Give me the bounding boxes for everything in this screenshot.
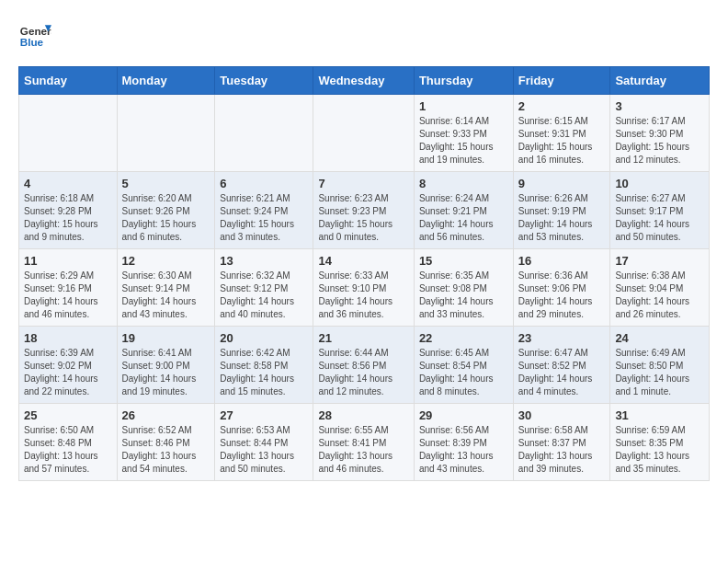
day-info: Sunrise: 6:15 AM Sunset: 9:31 PM Dayligh…: [518, 115, 606, 167]
calendar-cell: 25Sunrise: 6:50 AM Sunset: 8:48 PM Dayli…: [19, 404, 118, 481]
day-info: Sunrise: 6:52 AM Sunset: 8:46 PM Dayligh…: [122, 424, 210, 476]
day-number: 23: [518, 331, 606, 345]
header-tuesday: Tuesday: [215, 67, 313, 95]
day-info: Sunrise: 6:38 AM Sunset: 9:04 PM Dayligh…: [615, 270, 704, 321]
calendar-header-row: SundayMondayTuesdayWednesdayThursdayFrid…: [19, 67, 710, 95]
calendar-cell: 3Sunrise: 6:17 AM Sunset: 9:30 PM Daylig…: [610, 95, 710, 172]
day-info: Sunrise: 6:27 AM Sunset: 9:17 PM Dayligh…: [615, 192, 704, 244]
day-number: 8: [419, 177, 508, 190]
calendar-cell: 10Sunrise: 6:27 AM Sunset: 9:17 PM Dayli…: [610, 172, 710, 249]
calendar-cell: 14Sunrise: 6:33 AM Sunset: 9:10 PM Dayli…: [313, 249, 414, 327]
day-info: Sunrise: 6:59 AM Sunset: 8:35 PM Dayligh…: [615, 424, 704, 476]
calendar-week-5: 25Sunrise: 6:50 AM Sunset: 8:48 PM Dayli…: [19, 404, 710, 481]
day-number: 2: [518, 99, 606, 113]
day-info: Sunrise: 6:36 AM Sunset: 9:06 PM Dayligh…: [518, 270, 606, 321]
day-number: 9: [518, 177, 606, 190]
calendar-cell: 12Sunrise: 6:30 AM Sunset: 9:14 PM Dayli…: [117, 249, 215, 327]
header-thursday: Thursday: [414, 67, 513, 95]
calendar-cell: 9Sunrise: 6:26 AM Sunset: 9:19 PM Daylig…: [513, 172, 610, 249]
day-info: Sunrise: 6:44 AM Sunset: 8:56 PM Dayligh…: [318, 347, 408, 398]
day-number: 17: [615, 254, 704, 268]
calendar-cell: 17Sunrise: 6:38 AM Sunset: 9:04 PM Dayli…: [610, 249, 710, 327]
day-number: 29: [419, 408, 508, 422]
calendar-cell: 5Sunrise: 6:20 AM Sunset: 9:26 PM Daylig…: [117, 172, 215, 249]
calendar-cell: 16Sunrise: 6:36 AM Sunset: 9:06 PM Dayli…: [513, 249, 610, 327]
day-info: Sunrise: 6:24 AM Sunset: 9:21 PM Dayligh…: [419, 192, 508, 244]
page-header: General Blue: [18, 18, 710, 52]
day-number: 28: [318, 408, 408, 422]
calendar-cell: 28Sunrise: 6:55 AM Sunset: 8:41 PM Dayli…: [313, 404, 414, 481]
day-info: Sunrise: 6:49 AM Sunset: 8:50 PM Dayligh…: [615, 347, 704, 398]
day-number: 16: [518, 254, 606, 268]
day-info: Sunrise: 6:18 AM Sunset: 9:28 PM Dayligh…: [24, 192, 112, 244]
day-info: Sunrise: 6:53 AM Sunset: 8:44 PM Dayligh…: [220, 424, 308, 476]
calendar-week-1: 1Sunrise: 6:14 AM Sunset: 9:33 PM Daylig…: [19, 95, 710, 172]
day-info: Sunrise: 6:35 AM Sunset: 9:08 PM Dayligh…: [419, 270, 508, 321]
calendar-body: 1Sunrise: 6:14 AM Sunset: 9:33 PM Daylig…: [19, 95, 710, 481]
day-info: Sunrise: 6:23 AM Sunset: 9:23 PM Dayligh…: [318, 192, 408, 244]
calendar-cell: 20Sunrise: 6:42 AM Sunset: 8:58 PM Dayli…: [215, 327, 313, 404]
day-info: Sunrise: 6:42 AM Sunset: 8:58 PM Dayligh…: [220, 347, 308, 398]
day-number: 26: [122, 408, 210, 422]
logo: General Blue: [18, 18, 55, 52]
calendar-cell: 26Sunrise: 6:52 AM Sunset: 8:46 PM Dayli…: [117, 404, 215, 481]
day-number: 3: [615, 99, 704, 113]
day-info: Sunrise: 6:26 AM Sunset: 9:19 PM Dayligh…: [518, 192, 606, 244]
calendar-cell: 6Sunrise: 6:21 AM Sunset: 9:24 PM Daylig…: [215, 172, 313, 249]
calendar-cell: 1Sunrise: 6:14 AM Sunset: 9:33 PM Daylig…: [414, 95, 513, 172]
header-monday: Monday: [117, 67, 215, 95]
day-number: 25: [24, 408, 112, 422]
day-info: Sunrise: 6:20 AM Sunset: 9:26 PM Dayligh…: [122, 192, 210, 244]
day-info: Sunrise: 6:50 AM Sunset: 8:48 PM Dayligh…: [24, 424, 112, 476]
calendar-cell: 23Sunrise: 6:47 AM Sunset: 8:52 PM Dayli…: [513, 327, 610, 404]
logo-icon: General Blue: [18, 18, 51, 52]
day-number: 18: [24, 331, 112, 345]
day-info: Sunrise: 6:41 AM Sunset: 9:00 PM Dayligh…: [122, 347, 210, 398]
day-number: 20: [220, 331, 308, 345]
day-info: Sunrise: 6:55 AM Sunset: 8:41 PM Dayligh…: [318, 424, 408, 476]
day-number: 19: [122, 331, 210, 345]
calendar-cell: 24Sunrise: 6:49 AM Sunset: 8:50 PM Dayli…: [610, 327, 710, 404]
calendar-cell: 31Sunrise: 6:59 AM Sunset: 8:35 PM Dayli…: [610, 404, 710, 481]
header-sunday: Sunday: [19, 67, 118, 95]
day-number: 30: [518, 408, 606, 422]
day-number: 13: [220, 254, 308, 268]
day-info: Sunrise: 6:29 AM Sunset: 9:16 PM Dayligh…: [24, 270, 112, 321]
calendar-table: SundayMondayTuesdayWednesdayThursdayFrid…: [18, 66, 710, 481]
day-number: 27: [220, 408, 308, 422]
day-number: 1: [419, 99, 508, 113]
day-number: 7: [318, 177, 408, 190]
calendar-week-2: 4Sunrise: 6:18 AM Sunset: 9:28 PM Daylig…: [19, 172, 710, 249]
day-number: 31: [615, 408, 704, 422]
calendar-cell: 13Sunrise: 6:32 AM Sunset: 9:12 PM Dayli…: [215, 249, 313, 327]
day-number: 10: [615, 177, 704, 190]
day-number: 14: [318, 254, 408, 268]
calendar-cell: 11Sunrise: 6:29 AM Sunset: 9:16 PM Dayli…: [19, 249, 118, 327]
calendar-cell: [19, 95, 118, 172]
header-saturday: Saturday: [610, 67, 710, 95]
calendar-cell: 18Sunrise: 6:39 AM Sunset: 9:02 PM Dayli…: [19, 327, 118, 404]
day-info: Sunrise: 6:33 AM Sunset: 9:10 PM Dayligh…: [318, 270, 408, 321]
header-wednesday: Wednesday: [313, 67, 414, 95]
calendar-cell: 8Sunrise: 6:24 AM Sunset: 9:21 PM Daylig…: [414, 172, 513, 249]
day-info: Sunrise: 6:14 AM Sunset: 9:33 PM Dayligh…: [419, 115, 508, 167]
calendar-cell: 30Sunrise: 6:58 AM Sunset: 8:37 PM Dayli…: [513, 404, 610, 481]
svg-text:Blue: Blue: [20, 36, 44, 48]
day-info: Sunrise: 6:32 AM Sunset: 9:12 PM Dayligh…: [220, 270, 308, 321]
calendar-cell: [313, 95, 414, 172]
day-info: Sunrise: 6:56 AM Sunset: 8:39 PM Dayligh…: [419, 424, 508, 476]
day-number: 6: [220, 177, 308, 190]
day-number: 12: [122, 254, 210, 268]
day-number: 22: [419, 331, 508, 345]
day-number: 4: [24, 177, 112, 190]
day-info: Sunrise: 6:17 AM Sunset: 9:30 PM Dayligh…: [615, 115, 704, 167]
day-number: 11: [24, 254, 112, 268]
header-friday: Friday: [513, 67, 610, 95]
calendar-week-4: 18Sunrise: 6:39 AM Sunset: 9:02 PM Dayli…: [19, 327, 710, 404]
calendar-cell: 7Sunrise: 6:23 AM Sunset: 9:23 PM Daylig…: [313, 172, 414, 249]
day-info: Sunrise: 6:47 AM Sunset: 8:52 PM Dayligh…: [518, 347, 606, 398]
day-info: Sunrise: 6:39 AM Sunset: 9:02 PM Dayligh…: [24, 347, 112, 398]
calendar-week-3: 11Sunrise: 6:29 AM Sunset: 9:16 PM Dayli…: [19, 249, 710, 327]
day-number: 5: [122, 177, 210, 190]
calendar-cell: 19Sunrise: 6:41 AM Sunset: 9:00 PM Dayli…: [117, 327, 215, 404]
